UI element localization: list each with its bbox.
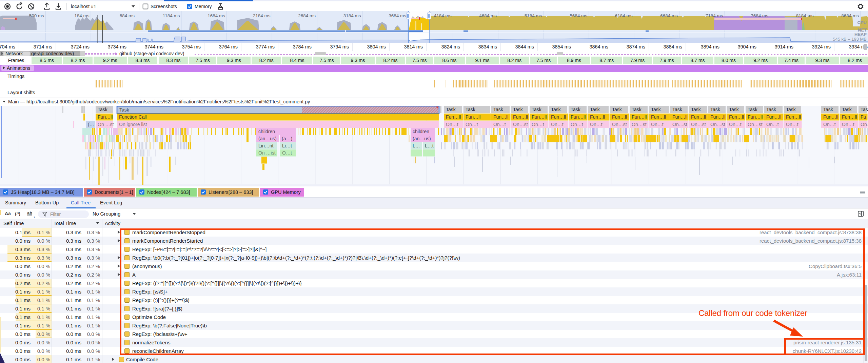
svg-text:Task: Task [861, 107, 868, 112]
svg-text:On…t: On…t [786, 122, 798, 127]
svg-text:184 ms: 184 ms [74, 13, 90, 18]
svg-text:Task: Task [766, 107, 776, 112]
svg-text:On…t: On…t [532, 122, 544, 127]
svg-text:4184 ms: 4184 ms [434, 13, 452, 18]
svg-text:On…t: On…t [590, 122, 603, 127]
svg-text:Task: Task [532, 107, 542, 112]
svg-text:Fun…ll: Fun…ll [551, 114, 566, 120]
svg-text:Task: Task [823, 107, 833, 112]
svg-text:On…t: On…t [766, 122, 779, 127]
svg-text:Fun…ll: Fun…ll [571, 114, 586, 120]
svg-text:On…t: On…t [651, 122, 664, 127]
svg-text:Task: Task [612, 107, 622, 112]
svg-text:HEAP: HEAP [854, 32, 867, 37]
svg-text:Task: Task [466, 107, 476, 112]
svg-text:Task: Task [651, 107, 661, 112]
svg-text:Fun…ll: Fun…ll [651, 114, 666, 120]
svg-text:(…: (… [88, 122, 94, 127]
svg-text:(an…us): (an…us) [413, 136, 431, 141]
svg-text:Fun…ll: Fun…ll [632, 114, 647, 120]
svg-text:On…st: On…st [612, 122, 627, 127]
svg-text:On ignore list: On ignore list [119, 122, 147, 127]
svg-text:8184 ms: 8184 ms [796, 13, 814, 18]
svg-text:On…t: On…t [861, 122, 868, 127]
svg-text:On…st: On…st [632, 122, 647, 127]
svg-text:CPU: CPU [857, 20, 867, 25]
svg-text:Fun…ll: Fun…ll [786, 114, 801, 120]
svg-text:Fun…ll: Fun…ll [612, 114, 627, 120]
svg-text:Task: Task [672, 107, 683, 112]
svg-text:Fun…ll: Fun…ll [446, 114, 461, 120]
svg-text:3684 ms: 3684 ms [389, 13, 406, 18]
svg-text:Lin…nt: Lin…nt [258, 143, 273, 148]
svg-text:Task: Task [710, 107, 721, 112]
svg-text:Fu…ll: Fu…ll [861, 114, 868, 120]
svg-text:On…t: On…t [551, 122, 564, 127]
svg-text:children: children [413, 129, 429, 134]
svg-text:3184 ms: 3184 ms [343, 13, 361, 18]
svg-text:Fun…ll: Fun…ll [590, 114, 605, 120]
svg-text:On…t: On…t [823, 122, 836, 127]
svg-text:Function Call: Function Call [119, 114, 147, 120]
svg-text:On…st: On…st [672, 122, 687, 127]
svg-text:Li…t: Li…t [282, 143, 292, 148]
svg-text:Fun…ll: Fun…ll [748, 114, 763, 120]
svg-text:8684 ms: 8684 ms [841, 13, 859, 18]
svg-text:Fun…ll: Fun…ll [823, 114, 838, 120]
svg-text:2684 ms: 2684 ms [298, 13, 316, 18]
svg-text:6684 ms: 6684 ms [660, 13, 678, 18]
svg-text:On …st: On …st [98, 122, 114, 127]
svg-text:Fun…ll: Fun…ll [98, 114, 113, 120]
svg-text:Fun…ll: Fun…ll [532, 114, 547, 120]
svg-text:5184 ms: 5184 ms [525, 13, 542, 18]
svg-text:O…t: O…t [282, 150, 292, 156]
svg-text:On…t: On…t [493, 122, 506, 127]
svg-text:L…t: L…t [425, 143, 434, 148]
svg-text:Fun…ll: Fun…ll [493, 114, 508, 120]
svg-text:Fun…ll: Fun…ll [672, 114, 687, 120]
svg-text:4684 ms: 4684 ms [479, 13, 497, 18]
svg-text:Task: Task [551, 107, 561, 112]
svg-text:Task: Task [513, 107, 523, 112]
svg-text:Fun…ll: Fun…ll [766, 114, 781, 120]
svg-text:Fun…ll: Fun…ll [691, 114, 706, 120]
svg-text:Task: Task [632, 107, 642, 112]
svg-text:500 ms: 500 ms [29, 13, 44, 18]
svg-text:On…st: On…st [748, 122, 763, 127]
svg-text:684 ms: 684 ms [120, 13, 135, 18]
svg-text:Fun…ll: Fun…ll [466, 114, 480, 120]
svg-text:(a…): (a…) [282, 136, 292, 141]
svg-text:Fun…ll: Fun…ll [513, 114, 528, 120]
svg-text:On…t: On…t [446, 122, 458, 127]
svg-text:1184 ms: 1184 ms [163, 13, 180, 18]
svg-text:Task: Task [786, 107, 796, 112]
svg-text:7684 ms: 7684 ms [751, 13, 768, 18]
svg-text:Task: Task [571, 107, 581, 112]
svg-text:Task: Task [748, 107, 758, 112]
svg-text:Task: Task [691, 107, 701, 112]
svg-text:On…st: On…st [691, 122, 706, 127]
svg-text:Task: Task [493, 107, 504, 112]
svg-text:5684 ms: 5684 ms [570, 13, 587, 18]
svg-text:6184 ms: 6184 ms [615, 13, 633, 18]
svg-text:On …ist: On …ist [258, 150, 276, 156]
svg-text:545 kB – 193 MB: 545 kB – 193 MB [833, 37, 867, 42]
svg-text:On…t: On…t [842, 122, 854, 127]
svg-text:On…t: On…t [729, 122, 742, 127]
svg-text:Fun…ll: Fun…ll [842, 114, 857, 120]
svg-text:Task: Task [590, 107, 600, 112]
svg-text:On…st: On…st [513, 122, 528, 127]
svg-text:On…st: On…st [710, 122, 725, 127]
svg-text:7184 ms: 7184 ms [706, 13, 723, 18]
svg-text:Task: Task [842, 107, 852, 112]
svg-text:Task: Task [119, 107, 130, 113]
svg-text:Task: Task [446, 107, 456, 112]
svg-text:Task: Task [98, 107, 108, 112]
svg-text:Task: Task [729, 107, 739, 112]
svg-text:On…t: On…t [571, 122, 583, 127]
svg-text:2184 ms: 2184 ms [253, 13, 271, 18]
svg-text:Fun…ll: Fun…ll [710, 114, 725, 120]
svg-text:1684 ms: 1684 ms [208, 13, 225, 18]
svg-text:On…t: On…t [466, 122, 478, 127]
svg-text:children: children [258, 129, 275, 134]
